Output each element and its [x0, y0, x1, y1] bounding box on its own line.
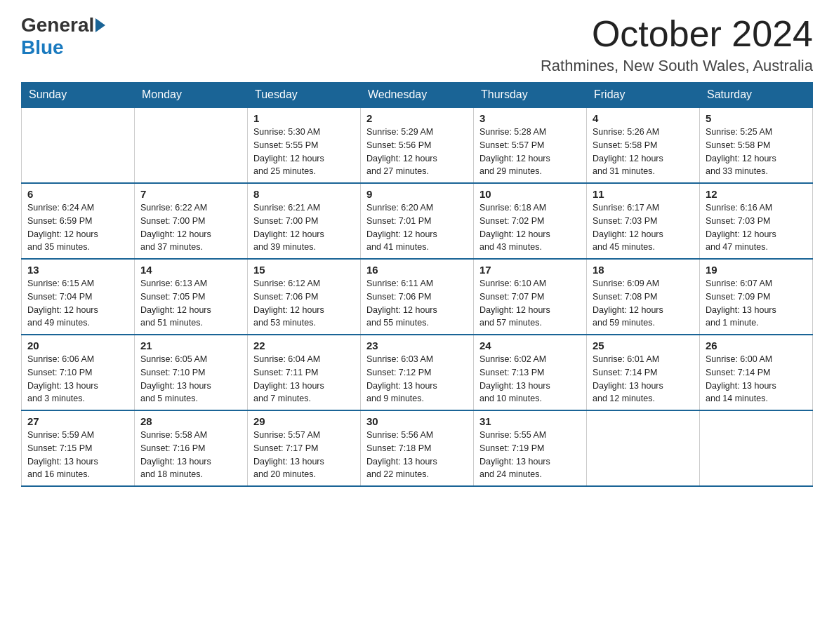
- calendar-cell: 30Sunrise: 5:56 AM Sunset: 7:18 PM Dayli…: [361, 410, 474, 486]
- day-info: Sunrise: 6:12 AM Sunset: 7:06 PM Dayligh…: [253, 277, 355, 330]
- day-info: Sunrise: 6:03 AM Sunset: 7:12 PM Dayligh…: [366, 353, 468, 405]
- day-info: Sunrise: 6:04 AM Sunset: 7:11 PM Dayligh…: [253, 353, 355, 405]
- calendar-cell: 2Sunrise: 5:29 AM Sunset: 5:56 PM Daylig…: [361, 107, 474, 183]
- day-number: 5: [706, 112, 807, 124]
- day-info: Sunrise: 5:28 AM Sunset: 5:57 PM Dayligh…: [479, 126, 581, 178]
- day-number: 10: [479, 188, 581, 200]
- day-info: Sunrise: 6:24 AM Sunset: 6:59 PM Dayligh…: [27, 201, 128, 254]
- day-number: 17: [479, 264, 581, 276]
- calendar-week-row: 20Sunrise: 6:06 AM Sunset: 7:10 PM Dayli…: [22, 335, 813, 410]
- day-info: Sunrise: 6:21 AM Sunset: 7:00 PM Dayligh…: [253, 201, 355, 254]
- day-info: Sunrise: 5:25 AM Sunset: 5:58 PM Dayligh…: [706, 126, 807, 178]
- day-info: Sunrise: 6:20 AM Sunset: 7:01 PM Dayligh…: [366, 201, 468, 254]
- day-number: 20: [27, 340, 128, 351]
- day-info: Sunrise: 5:59 AM Sunset: 7:15 PM Dayligh…: [27, 429, 128, 481]
- day-number: 13: [27, 264, 128, 276]
- calendar-cell: 26Sunrise: 6:00 AM Sunset: 7:14 PM Dayli…: [700, 335, 813, 410]
- calendar-cell: 10Sunrise: 6:18 AM Sunset: 7:02 PM Dayli…: [474, 183, 587, 259]
- calendar-header-thursday: Thursday: [474, 83, 587, 108]
- calendar-cell: 8Sunrise: 6:21 AM Sunset: 7:00 PM Daylig…: [248, 183, 361, 259]
- day-number: 12: [706, 188, 807, 200]
- logo: General Blue: [21, 14, 107, 59]
- day-info: Sunrise: 6:07 AM Sunset: 7:09 PM Dayligh…: [706, 277, 807, 330]
- day-info: Sunrise: 5:26 AM Sunset: 5:58 PM Dayligh…: [593, 126, 694, 178]
- day-info: Sunrise: 5:30 AM Sunset: 5:55 PM Dayligh…: [253, 126, 355, 178]
- calendar-cell: 20Sunrise: 6:06 AM Sunset: 7:10 PM Dayli…: [22, 335, 135, 410]
- calendar-header-monday: Monday: [135, 83, 248, 108]
- calendar-cell: 4Sunrise: 5:26 AM Sunset: 5:58 PM Daylig…: [587, 107, 700, 183]
- day-info: Sunrise: 6:01 AM Sunset: 7:14 PM Dayligh…: [593, 353, 694, 405]
- calendar-cell: 3Sunrise: 5:28 AM Sunset: 5:57 PM Daylig…: [474, 107, 587, 183]
- day-info: Sunrise: 6:18 AM Sunset: 7:02 PM Dayligh…: [479, 201, 581, 254]
- calendar-cell: 19Sunrise: 6:07 AM Sunset: 7:09 PM Dayli…: [700, 259, 813, 335]
- day-number: 27: [27, 415, 128, 427]
- day-info: Sunrise: 5:56 AM Sunset: 7:18 PM Dayligh…: [366, 429, 468, 481]
- calendar-cell: 14Sunrise: 6:13 AM Sunset: 7:05 PM Dayli…: [135, 259, 248, 335]
- calendar-cell: 9Sunrise: 6:20 AM Sunset: 7:01 PM Daylig…: [361, 183, 474, 259]
- calendar-cell: 21Sunrise: 6:05 AM Sunset: 7:10 PM Dayli…: [135, 335, 248, 410]
- day-number: 25: [593, 340, 694, 351]
- day-number: 22: [253, 340, 355, 351]
- calendar-cell: 25Sunrise: 6:01 AM Sunset: 7:14 PM Dayli…: [587, 335, 700, 410]
- calendar-cell: 11Sunrise: 6:17 AM Sunset: 7:03 PM Dayli…: [587, 183, 700, 259]
- day-number: 11: [593, 188, 694, 200]
- calendar-cell: 17Sunrise: 6:10 AM Sunset: 7:07 PM Dayli…: [474, 259, 587, 335]
- day-number: 7: [140, 188, 241, 200]
- day-number: 15: [253, 264, 355, 276]
- day-info: Sunrise: 6:16 AM Sunset: 7:03 PM Dayligh…: [706, 201, 807, 254]
- logo-general-text: General: [21, 14, 94, 36]
- day-number: 19: [706, 264, 807, 276]
- calendar-header-tuesday: Tuesday: [248, 83, 361, 108]
- calendar-cell: 5Sunrise: 5:25 AM Sunset: 5:58 PM Daylig…: [700, 107, 813, 183]
- calendar-cell: 13Sunrise: 6:15 AM Sunset: 7:04 PM Dayli…: [22, 259, 135, 335]
- logo-blue-text: Blue: [21, 36, 64, 59]
- day-number: 1: [253, 112, 355, 124]
- day-number: 24: [479, 340, 581, 351]
- day-info: Sunrise: 6:13 AM Sunset: 7:05 PM Dayligh…: [140, 277, 241, 330]
- day-info: Sunrise: 6:15 AM Sunset: 7:04 PM Dayligh…: [27, 277, 128, 330]
- day-number: 21: [140, 340, 241, 351]
- day-number: 29: [253, 415, 355, 427]
- day-info: Sunrise: 6:02 AM Sunset: 7:13 PM Dayligh…: [479, 353, 581, 405]
- calendar-cell: 22Sunrise: 6:04 AM Sunset: 7:11 PM Dayli…: [248, 335, 361, 410]
- day-number: 8: [253, 188, 355, 200]
- location-subtitle: Rathmines, New South Wales, Australia: [541, 57, 813, 75]
- calendar-cell: 24Sunrise: 6:02 AM Sunset: 7:13 PM Dayli…: [474, 335, 587, 410]
- day-number: 4: [593, 112, 694, 124]
- calendar-cell: 12Sunrise: 6:16 AM Sunset: 7:03 PM Dayli…: [700, 183, 813, 259]
- calendar-cell: 16Sunrise: 6:11 AM Sunset: 7:06 PM Dayli…: [361, 259, 474, 335]
- day-number: 14: [140, 264, 241, 276]
- day-number: 2: [366, 112, 468, 124]
- calendar-header-sunday: Sunday: [22, 83, 135, 108]
- day-info: Sunrise: 6:05 AM Sunset: 7:10 PM Dayligh…: [140, 353, 241, 405]
- calendar-cell: 28Sunrise: 5:58 AM Sunset: 7:16 PM Dayli…: [135, 410, 248, 486]
- calendar-week-row: 13Sunrise: 6:15 AM Sunset: 7:04 PM Dayli…: [22, 259, 813, 335]
- calendar-cell: 15Sunrise: 6:12 AM Sunset: 7:06 PM Dayli…: [248, 259, 361, 335]
- month-title: October 2024: [541, 14, 813, 54]
- calendar-week-row: 6Sunrise: 6:24 AM Sunset: 6:59 PM Daylig…: [22, 183, 813, 259]
- day-number: 3: [479, 112, 581, 124]
- calendar-cell: [700, 410, 813, 486]
- calendar-header-friday: Friday: [587, 83, 700, 108]
- day-number: 16: [366, 264, 468, 276]
- day-info: Sunrise: 6:10 AM Sunset: 7:07 PM Dayligh…: [479, 277, 581, 330]
- calendar-cell: [587, 410, 700, 486]
- calendar-header-row: SundayMondayTuesdayWednesdayThursdayFrid…: [22, 83, 813, 108]
- day-number: 9: [366, 188, 468, 200]
- day-number: 18: [593, 264, 694, 276]
- calendar-cell: 18Sunrise: 6:09 AM Sunset: 7:08 PM Dayli…: [587, 259, 700, 335]
- day-info: Sunrise: 5:29 AM Sunset: 5:56 PM Dayligh…: [366, 126, 468, 178]
- day-number: 28: [140, 415, 241, 427]
- calendar-cell: [135, 107, 248, 183]
- calendar-cell: 27Sunrise: 5:59 AM Sunset: 7:15 PM Dayli…: [22, 410, 135, 486]
- calendar-cell: 29Sunrise: 5:57 AM Sunset: 7:17 PM Dayli…: [248, 410, 361, 486]
- calendar-header-saturday: Saturday: [700, 83, 813, 108]
- calendar-week-row: 1Sunrise: 5:30 AM Sunset: 5:55 PM Daylig…: [22, 107, 813, 183]
- day-info: Sunrise: 6:06 AM Sunset: 7:10 PM Dayligh…: [27, 353, 128, 405]
- calendar-cell: 6Sunrise: 6:24 AM Sunset: 6:59 PM Daylig…: [22, 183, 135, 259]
- day-info: Sunrise: 6:09 AM Sunset: 7:08 PM Dayligh…: [593, 277, 694, 330]
- day-number: 6: [27, 188, 128, 200]
- day-info: Sunrise: 5:57 AM Sunset: 7:17 PM Dayligh…: [253, 429, 355, 481]
- day-info: Sunrise: 6:17 AM Sunset: 7:03 PM Dayligh…: [593, 201, 694, 254]
- title-area: October 2024 Rathmines, New South Wales,…: [541, 14, 813, 75]
